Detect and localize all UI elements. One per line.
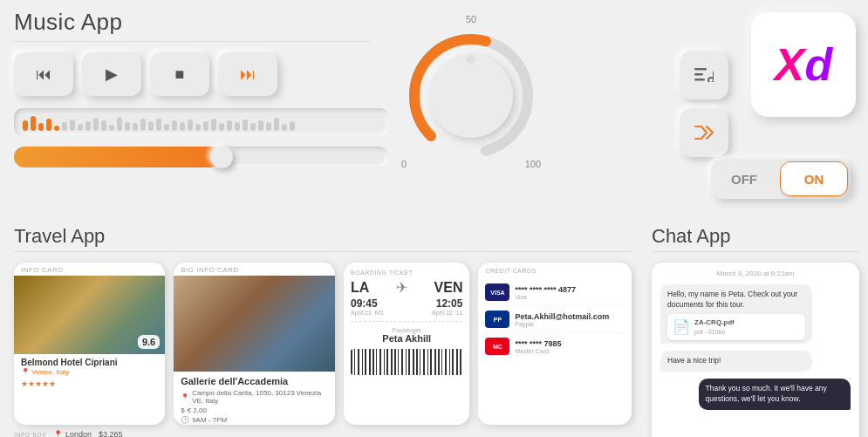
svg-point-7 [708, 78, 714, 82]
on-option[interactable]: ON [780, 161, 848, 196]
passenger-name: Peta Akhill [351, 333, 462, 344]
chat-bubble-incoming-2: Have a nice trip! [660, 351, 812, 372]
knob-wrap: 50 [401, 26, 541, 166]
eq-bar [125, 122, 130, 131]
cc-type-mc: Master Card [515, 348, 625, 354]
eq-bar [38, 123, 44, 131]
museum-address: 📍 Campo della Carita, 1050, 30123 Venezi… [174, 388, 335, 406]
progress-fill [14, 147, 221, 167]
info-box-price: $3,265 [99, 430, 123, 437]
eq-bar [85, 121, 91, 131]
cc-number-visa: **** **** **** 4877 [515, 285, 625, 294]
svg-point-3 [467, 55, 475, 64]
travel-app-title: Travel App [14, 225, 632, 248]
chat-bubble-incoming-1: Hello, my name is Peta. Check out your d… [660, 284, 812, 344]
eq-bar [101, 120, 106, 131]
ticket-label: BOARDING TICKET [351, 270, 462, 276]
cc-number-mc: **** **** 7985 [515, 339, 625, 348]
location-icon: 📍 [21, 368, 30, 376]
eq-visualizer [14, 108, 389, 136]
passenger-label: Passenger [351, 327, 462, 333]
shuffle-icon [694, 125, 714, 140]
on-off-toggle[interactable]: OFF ON [711, 159, 851, 199]
eq-bar [282, 124, 287, 131]
progress-thumb [210, 146, 233, 168]
cc-panel-label: CREDIT CARDS [485, 268, 625, 274]
travel-cards-row: INFO CARD 9.6 Belmond Hotel Cipriani 📍 V… [14, 263, 632, 425]
chat-card: March 8, 2020 at 8:21am Hello, my name i… [652, 263, 859, 437]
eq-bar [243, 119, 248, 131]
eq-bar [93, 118, 99, 131]
chat-divider [652, 251, 859, 252]
museum-price: $ € 2,00 [174, 406, 335, 415]
stop-button[interactable]: ■ [150, 52, 209, 96]
svg-rect-4 [694, 68, 707, 71]
chat-attachment[interactable]: 📄 ZA-CRQ.pdf pdf - 810kb [667, 314, 805, 340]
attachment-size: pdf - 810kb [694, 328, 735, 337]
eq-bar [70, 119, 75, 131]
eq-bar [219, 123, 224, 131]
music-divider [14, 41, 370, 42]
volume-knob-section: 50 0 100 [384, 26, 558, 169]
eq-bar [235, 122, 240, 131]
travel-section: Travel App INFO CARD 9.6 Belmond Hotel C… [0, 225, 646, 437]
xd-logo-card: Xd [751, 12, 856, 117]
playlist-button[interactable] [680, 51, 728, 99]
eq-bar [31, 116, 36, 131]
info-box-location: 📍 London [53, 430, 92, 437]
hotel-location: 📍 Venice, Italy [14, 368, 165, 378]
cc-item-paypal[interactable]: PP Peta.Akhill@hotmail.com Paypal [485, 306, 625, 333]
music-app-title: Music App [14, 9, 370, 36]
cc-item-mc[interactable]: MC **** **** 7985 Master Card [485, 333, 625, 359]
eq-bar [250, 123, 256, 131]
eq-bar [188, 119, 193, 131]
icon-buttons [680, 51, 728, 166]
chat-date: March 8, 2020 at 8:21am [660, 270, 851, 277]
chat-app-title: Chat App [652, 225, 859, 248]
eq-bar [54, 126, 59, 131]
eq-bar [78, 124, 83, 131]
transport-controls: ⏮ ▶ ■ ⏭ [14, 52, 370, 96]
barcode [351, 349, 462, 375]
chat-outgoing-wrap: Thank you so much. It we'll have any que… [660, 379, 851, 410]
skip-forward-button[interactable]: ⏭ [218, 52, 277, 96]
eq-bar [172, 120, 177, 131]
progress-bar[interactable] [14, 147, 389, 167]
eq-bar [62, 122, 67, 131]
play-button[interactable]: ▶ [82, 52, 141, 96]
eq-bar [133, 123, 138, 131]
svg-rect-5 [694, 73, 703, 76]
arrival-city: VEN [434, 280, 463, 296]
off-option[interactable]: OFF [711, 159, 777, 199]
chat-bubble-outgoing: Thank you so much. It we'll have any que… [699, 379, 851, 410]
museum-name: Gallerie dell'Accademia [174, 372, 335, 388]
pdf-icon: 📄 [673, 318, 690, 337]
arrival-date: April 22, 11 [432, 310, 462, 316]
skip-back-button[interactable]: ⏮ [14, 52, 73, 96]
shuffle-button[interactable] [680, 108, 728, 157]
departure-time: 09:45 [351, 297, 383, 310]
eq-bar [23, 120, 28, 131]
ticket-route: LA ✈ VEN [351, 279, 462, 296]
xd-logo: Xd [775, 38, 832, 91]
eq-bar [156, 119, 161, 131]
eq-bar [195, 124, 201, 131]
cc-item-visa[interactable]: VISA **** **** **** 4877 Visa [485, 279, 625, 306]
cc-number-paypal: Peta.Akhill@hotmail.com [515, 312, 625, 321]
svg-point-2 [429, 54, 513, 138]
info-box-label: INFO BOX [14, 432, 46, 438]
address-icon: 📍 [181, 393, 189, 401]
eq-bar [140, 119, 146, 131]
eq-bar [266, 122, 271, 131]
departure-city: LA [351, 280, 369, 296]
eq-bar [117, 117, 122, 131]
knob-svg[interactable] [401, 26, 541, 166]
info-card-label: INFO CARD [14, 263, 165, 276]
flight-arrow-icon: ✈ [396, 279, 407, 296]
mastercard-chip: MC [485, 338, 509, 355]
travel-divider [14, 251, 632, 252]
svg-rect-6 [694, 79, 705, 81]
eq-bar [258, 120, 263, 131]
boarding-ticket: BOARDING TICKET LA ✈ VEN 09:45 April 23,… [344, 263, 469, 425]
knob-label-mid: 50 [466, 14, 476, 24]
